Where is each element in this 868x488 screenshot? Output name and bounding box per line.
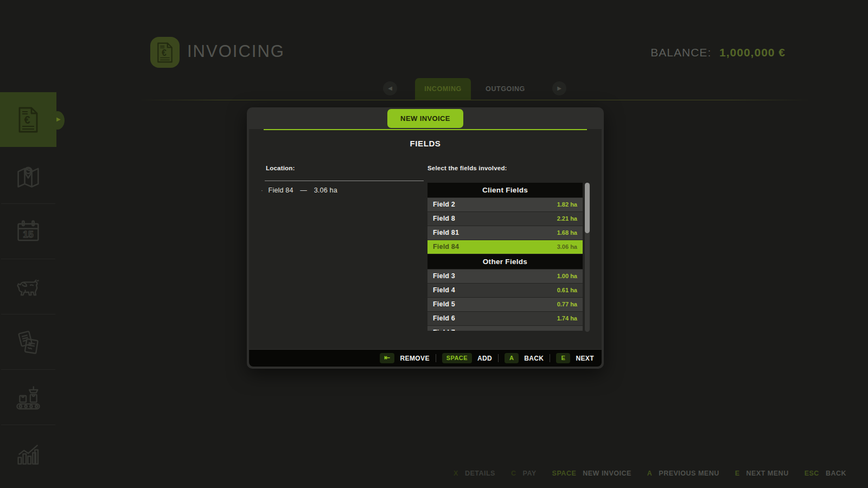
dialog-action-bar: ⇤ REMOVE SPACE ADD A BACK E NEXT — [249, 350, 602, 367]
sidebar-item-animals[interactable] — [0, 259, 56, 314]
list-scrollbar-track — [585, 183, 590, 332]
fields-panel: FIELDS Location: · Field 84 — 3.06 ha Se… — [249, 129, 602, 349]
backspace-key-icon: ⇤ — [380, 353, 394, 363]
field-row[interactable]: Field 5 0.77 ha — [427, 298, 583, 311]
new-invoice-label: NEW INVOICE — [583, 470, 631, 477]
hotkey-separator — [727, 470, 727, 477]
hotkey-separator — [503, 470, 503, 477]
page-hotkey-bar: X DETAILS C PAY SPACE NEW INVOICE A PREV… — [454, 470, 846, 477]
details-key: X — [454, 470, 458, 477]
pay-action[interactable]: C PAY — [511, 470, 537, 477]
remove-action[interactable]: ⇤ REMOVE — [380, 353, 430, 363]
back-action-modal[interactable]: A BACK — [505, 353, 544, 363]
field-name: Field 2 — [433, 198, 455, 211]
field-list: Client Fields Field 2 1.82 ha Field 8 2.… — [427, 183, 583, 331]
back-label: BACK — [826, 470, 846, 477]
field-name: Field 4 — [433, 284, 455, 297]
pay-key: C — [511, 470, 516, 477]
balance-display: BALANCE: 1,000,000 € — [650, 46, 786, 59]
field-area: 1.00 ha — [557, 269, 577, 283]
action-separator — [436, 354, 436, 362]
new-invoice-action[interactable]: SPACE NEW INVOICE — [552, 470, 631, 477]
field-row-selected[interactable]: Field 84 3.06 ha — [427, 240, 583, 254]
field-row[interactable]: Field 3 1.00 ha — [427, 269, 583, 283]
previous-menu-label: PREVIOUS MENU — [659, 470, 719, 477]
e-key: E — [556, 353, 570, 363]
sidebar-item-calendar[interactable]: 15 — [0, 204, 56, 259]
sidebar-item-map[interactable] — [0, 149, 56, 203]
field-row[interactable]: Field 4 0.61 ha — [427, 284, 583, 297]
field-name: Field 8 — [433, 212, 455, 226]
field-row[interactable]: Field 81 1.68 ha — [427, 226, 583, 240]
selected-location-entry: · Field 84 — 3.06 ha — [261, 187, 337, 194]
location-label: Location: — [266, 165, 295, 171]
production-line-icon — [14, 383, 42, 412]
hotkey-separator — [639, 470, 640, 477]
hotkey-separator — [796, 470, 797, 477]
field-area: 0.61 ha — [557, 284, 577, 297]
action-separator — [498, 354, 499, 362]
next-action[interactable]: E NEXT — [556, 353, 594, 363]
location-field-name: Field 84 — [269, 187, 293, 194]
hotkey-separator — [544, 470, 545, 477]
field-name: Field 5 — [433, 298, 455, 311]
remove-label: REMOVE — [400, 355, 429, 362]
statistics-chart-icon — [14, 439, 42, 467]
field-area: 1.68 ha — [557, 226, 577, 240]
sidebar-item-invoicing[interactable]: € — [0, 92, 56, 147]
space-key: SPACE — [442, 353, 472, 363]
sidebar-item-contracts[interactable] — [0, 314, 56, 369]
group-header-client-fields: Client Fields — [427, 183, 583, 197]
add-action[interactable]: SPACE ADD — [442, 353, 492, 363]
tab-outgoing[interactable]: OUTGOING — [477, 78, 533, 100]
new-invoice-title-button[interactable]: NEW INVOICE — [387, 109, 463, 128]
previous-menu-action[interactable]: A PREVIOUS MENU — [647, 470, 719, 477]
invoice-document-icon: € — [155, 41, 175, 64]
svg-text:€: € — [24, 114, 30, 126]
tab-incoming[interactable]: INCOMING — [415, 78, 471, 100]
back-action[interactable]: ESC BACK — [805, 470, 846, 477]
field-area: 1.74 ha — [557, 312, 577, 325]
location-dash: — — [300, 187, 307, 194]
cow-icon — [14, 273, 42, 301]
header-divider — [138, 100, 811, 100]
tab-next-arrow-icon[interactable]: ▶ — [552, 81, 566, 95]
previous-menu-key: A — [647, 470, 653, 477]
next-label: NEXT — [576, 355, 594, 362]
next-menu-key: E — [735, 470, 740, 477]
select-fields-label: Select the fields involved: — [427, 165, 507, 171]
field-row[interactable]: Field 8 2.21 ha — [427, 212, 583, 226]
add-label: ADD — [477, 355, 492, 362]
tab-prev-arrow-icon[interactable]: ◀ — [383, 81, 397, 95]
field-row[interactable]: Field 6 1.74 ha — [427, 312, 583, 325]
sidebar-active-arrow-icon: ▶ — [56, 116, 61, 122]
sidebar-item-statistics[interactable] — [0, 425, 56, 480]
new-invoice-dialog: NEW INVOICE FIELDS Location: · Field 84 … — [247, 107, 604, 369]
location-field-area: 3.06 ha — [314, 187, 337, 194]
field-area: 1.82 ha — [557, 198, 577, 211]
calendar-icon: 15 — [14, 217, 42, 246]
balance-label: BALANCE: — [650, 46, 711, 59]
field-area: 2.21 ha — [557, 212, 577, 226]
next-menu-action[interactable]: E NEXT MENU — [735, 470, 789, 477]
field-area: 0.77 ha — [557, 298, 577, 311]
a-key: A — [505, 353, 519, 363]
bullet-icon: · — [261, 187, 263, 194]
field-row[interactable]: Field 2 1.82 ha — [427, 198, 583, 211]
svg-text:15: 15 — [23, 228, 34, 239]
field-row-clipped[interactable]: Field 7 — [427, 326, 583, 331]
list-scrollbar-thumb[interactable] — [585, 183, 590, 233]
field-name: Field 84 — [433, 240, 459, 254]
fields-section-title: FIELDS — [249, 139, 602, 148]
location-underline — [265, 181, 424, 181]
documents-icon — [14, 328, 42, 356]
invoicing-screen: € INVOICING BALANCE: 1,000,000 € ◀ INCOM… — [0, 0, 868, 488]
field-name: Field 6 — [433, 312, 455, 325]
svg-text:€: € — [162, 48, 167, 57]
balance-value: 1,000,000 € — [719, 46, 786, 59]
details-action[interactable]: X DETAILS — [454, 470, 495, 477]
invoice-document-icon: € — [14, 106, 42, 134]
sidebar-item-production[interactable] — [0, 370, 56, 425]
pay-label: PAY — [522, 470, 536, 477]
page-title: INVOICING — [187, 42, 285, 61]
